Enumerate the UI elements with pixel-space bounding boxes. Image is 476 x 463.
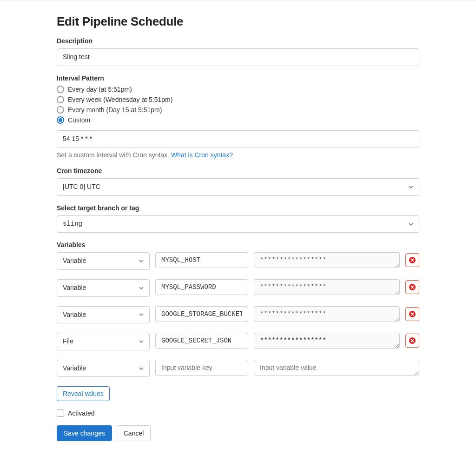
timezone-select[interactable]: [UTC 0] UTC (57, 178, 419, 196)
target-label: Select target branch or tag (57, 204, 419, 212)
radio-daily-label: Every day (at 5:51pm) (68, 86, 132, 93)
radio-daily[interactable] (57, 86, 64, 93)
cancel-button[interactable]: Cancel (117, 425, 151, 441)
variable-type-select[interactable]: Variable (57, 306, 150, 324)
save-button[interactable]: Save changes (57, 425, 112, 441)
delete-variable-button[interactable] (405, 334, 419, 348)
cron-help-text: Set a custom interval with Cron syntax. … (57, 151, 419, 159)
variable-value-input[interactable]: ***************** (254, 306, 400, 322)
cron-input[interactable] (57, 130, 419, 148)
radio-custom[interactable] (57, 116, 64, 124)
variable-key-input[interactable] (155, 252, 248, 268)
variable-type-select[interactable]: Variable (57, 360, 150, 377)
radio-weekly[interactable] (57, 96, 64, 103)
variable-type-select[interactable]: Variable (57, 252, 150, 270)
variable-value-input[interactable]: ***************** (254, 252, 400, 268)
radio-weekly-label: Every week (Wednesday at 5:51pm) (68, 96, 172, 103)
timezone-label: Cron timezone (57, 167, 419, 174)
cron-help-link[interactable]: What is Cron syntax? (171, 151, 233, 159)
variable-key-input[interactable] (155, 360, 248, 376)
activated-checkbox[interactable] (57, 409, 64, 417)
delete-variable-button[interactable] (405, 280, 419, 294)
delete-variable-button[interactable] (405, 253, 419, 267)
delete-variable-button[interactable] (405, 307, 419, 321)
target-select[interactable]: sling (57, 215, 419, 233)
variables-label: Variables (57, 241, 419, 248)
page-title: Edit Pipeline Schedule (57, 14, 419, 29)
activated-label: Activated (68, 409, 95, 417)
variable-value-input[interactable] (254, 360, 419, 376)
variable-value-input[interactable]: ***************** (254, 333, 400, 349)
variable-key-input[interactable] (155, 306, 248, 322)
variable-type-select[interactable]: Variable (57, 279, 150, 297)
variable-type-select[interactable]: File (57, 333, 150, 350)
variable-key-input[interactable] (155, 279, 248, 295)
radio-monthly-label: Every month (Day 15 at 5:51pm) (68, 106, 162, 114)
description-label: Description (57, 37, 419, 45)
reveal-values-button[interactable]: Reveal values (57, 386, 110, 401)
radio-custom-label: Custom (68, 116, 90, 124)
variable-value-input[interactable]: ***************** (254, 279, 400, 295)
variable-key-input[interactable] (155, 333, 248, 349)
description-input[interactable] (57, 48, 419, 66)
interval-label: Interval Pattern (57, 74, 419, 82)
radio-monthly[interactable] (57, 106, 64, 114)
